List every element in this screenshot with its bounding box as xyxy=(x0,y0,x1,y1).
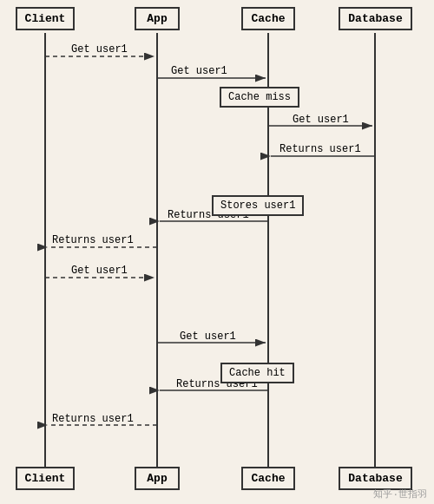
label-returns-user1-3: Returns user1 xyxy=(52,234,134,246)
label-returns-user1-5: Returns user1 xyxy=(52,413,134,425)
actor-cache-bottom: Cache xyxy=(241,467,295,490)
note-stores-user1: Stores user1 xyxy=(212,195,304,216)
label-get-user1-2: Get user1 xyxy=(171,65,227,77)
actor-app-bottom: App xyxy=(135,467,180,490)
actor-database-bottom: Database xyxy=(339,467,412,490)
actor-app-top: App xyxy=(135,7,180,30)
lifeline-client xyxy=(44,33,46,467)
watermark: 知乎·世指羽 xyxy=(373,488,427,501)
actor-database-top: Database xyxy=(339,7,412,30)
lifeline-database xyxy=(374,33,376,467)
note-cache-miss: Cache miss xyxy=(220,87,299,108)
label-get-user1-1: Get user1 xyxy=(71,43,128,56)
note-cache-hit: Cache hit xyxy=(220,363,294,383)
actor-client-bottom: Client xyxy=(16,467,75,490)
actor-cache-top: Cache xyxy=(241,7,295,30)
label-returns-user1-1: Returns user1 xyxy=(279,143,361,155)
label-get-user1-3: Get user1 xyxy=(293,114,349,126)
label-get-user1-5: Get user1 xyxy=(180,331,236,343)
sequence-diagram: Client App Cache Database Get user1 Get … xyxy=(0,0,434,504)
actor-client-top: Client xyxy=(16,7,75,30)
label-get-user1-4: Get user1 xyxy=(71,265,128,277)
lifeline-app xyxy=(156,33,158,467)
